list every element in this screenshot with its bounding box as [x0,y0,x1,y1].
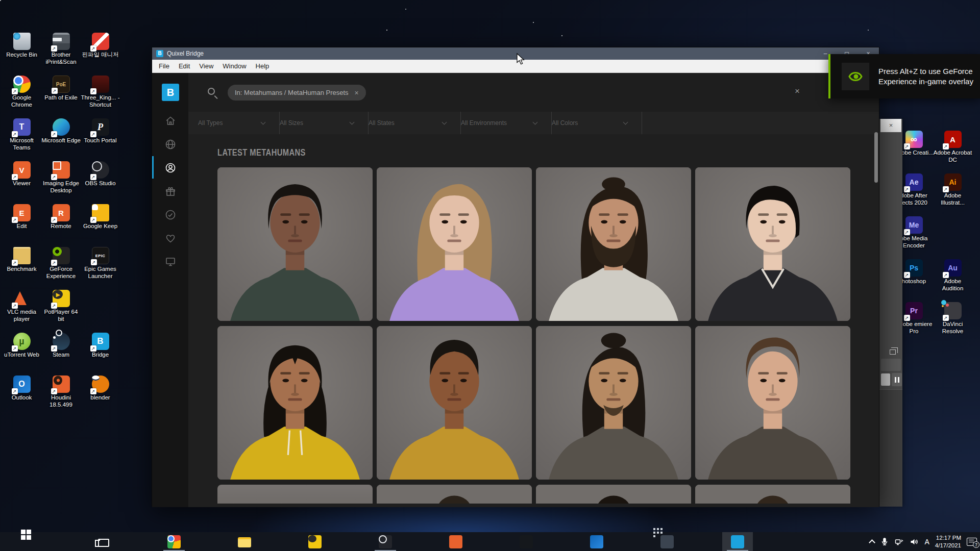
desktop-icon-poe[interactable]: ↗Path of Exile [41,76,81,102]
metahuman-card-partial[interactable] [695,485,850,504]
desktop-icon-teams[interactable]: ↗Microsoft Teams [2,118,41,151]
metahuman-card[interactable] [695,167,850,321]
taskbar-calculator[interactable] [652,532,682,551]
desktop-icon-touch-portal[interactable]: ↗Touch Portal [81,118,120,144]
desktop-icon-davinci[interactable]: ↗DaVinci Resolve [933,302,972,335]
remove-tag-icon[interactable]: × [355,89,359,97]
search-filter-tag[interactable]: In: Metahumans / MetaHuman Presets × [228,85,366,101]
metahuman-card[interactable] [536,167,691,321]
strip-button-light[interactable] [881,373,890,386]
restore-window-icon[interactable] [890,349,896,355]
metahuman-card-grid [217,167,879,480]
metahuman-card-partial[interactable] [217,485,373,504]
filter-label: All Environments [461,119,512,127]
filter-all-states[interactable]: All States [369,112,461,134]
desktop-icon-pin-file[interactable]: ↗핀파일 매니저 [81,33,120,59]
vertical-scrollbar[interactable] [874,132,878,183]
desktop-icon-three-kingdoms[interactable]: ↗Three_King... - Shortcut [81,76,120,108]
edit-icon: ↗ [13,204,31,221]
desktop-icon-epic[interactable]: ↗Epic Games Launcher [81,247,120,280]
menu-item-file[interactable]: File [154,60,174,73]
taskbar-outlook[interactable] [581,532,612,551]
remote-icon: ↗ [53,204,70,221]
strip-button[interactable] [881,359,901,371]
network-icon[interactable] [895,537,904,546]
metahuman-card[interactable] [217,167,373,321]
start-button[interactable] [18,532,48,551]
volume-icon[interactable] [910,537,919,546]
metahuman-card[interactable] [536,326,691,480]
menu-item-view[interactable]: View [194,60,218,73]
metahuman-card[interactable] [377,326,532,480]
menu-item-window[interactable]: Window [218,60,251,73]
favorites-heart-icon[interactable] [164,232,177,244]
desktop-icon-acrobat[interactable]: ↗Adobe Acrobat DC [933,131,972,163]
desktop-icon-viewer[interactable]: ↗Viewer [2,161,41,187]
desktop-icon-steam[interactable]: ↗Steam [41,333,81,359]
desktop-icon-outlook[interactable]: ↗Outlook [2,375,41,402]
taskbar-bridge[interactable] [722,532,753,551]
desktop-icon-imaging-edge[interactable]: ↗Imaging Edge Desktop [41,161,81,194]
taskbar-chrome[interactable] [159,532,189,551]
search-filter-tag-label: In: Metahumans / MetaHuman Presets [235,89,349,96]
title-bar[interactable]: B Quixel Bridge – ◻ × [152,47,879,60]
task-view-button[interactable] [88,532,119,551]
search-bar[interactable]: In: Metahumans / MetaHuman Presets × × [188,73,879,112]
metahuman-card[interactable] [695,326,850,480]
desktop-icon-edit[interactable]: ↗Edit [2,204,41,230]
filter-all-types[interactable]: All Types [198,112,280,134]
metahuman-card[interactable] [377,167,532,321]
taskbar-clock[interactable]: 12:17 PM 4/17/2021 [935,534,961,549]
acquired-check-icon[interactable] [164,209,177,221]
tray-expand-chevron-icon[interactable] [869,539,876,546]
desktop-icon-brother-print[interactable]: ↗Brother iPrint&Scan [41,33,81,65]
microphone-icon[interactable] [880,537,889,546]
desktop-icon-bridge[interactable]: ↗Bridge [81,333,120,359]
local-monitor-icon[interactable] [164,256,177,268]
chevron-down-icon [442,119,447,124]
desktop-icon-edge[interactable]: ↗Microsoft Edge [41,118,81,144]
taskbar-obs[interactable] [370,532,401,551]
desktop-icon-audition[interactable]: ↗Adobe Audition [933,259,972,292]
metahuman-card[interactable] [217,326,373,480]
desktop-icon-houdini[interactable]: ↗Houdini 18.5.499 [41,375,81,408]
menu-item-help[interactable]: Help [251,60,274,73]
desktop-icon-geforce[interactable]: ↗GeForce Experience [41,247,81,280]
desktop-icon-label: Microsoft Edge [41,137,81,144]
filter-all-sizes[interactable]: All Sizes [280,112,369,134]
desktop-icon-obs[interactable]: ↗OBS Studio [81,161,120,187]
pause-icon[interactable] [892,373,902,386]
menu-item-edit[interactable]: Edit [174,60,194,73]
taskbar-touch-portal[interactable] [511,532,542,551]
desktop-icon-recycle-bin[interactable]: Recycle Bin [2,33,41,59]
action-center-icon[interactable]: 7 [967,538,977,546]
vlc-icon: ↗ [13,290,31,307]
home-icon[interactable] [164,115,177,127]
filter-all-colors[interactable]: All Colors [552,112,642,134]
metahumans-person-icon[interactable] [164,162,177,174]
shortcut-arrow-icon: ↗ [51,260,57,266]
strip-close-button[interactable]: × [880,119,901,132]
geforce-notification[interactable]: Press Alt+Z to use GeForce Experience in… [828,54,980,98]
desktop-icon-vlc[interactable]: ↗VLC media player [2,290,41,322]
desktop-icon-label: GeForce Experience [41,266,81,280]
ime-indicator[interactable]: A [924,538,929,546]
metahuman-card-partial[interactable] [377,485,532,504]
metahuman-card-partial[interactable] [536,485,691,504]
taskbar-potplayer[interactable] [300,532,330,551]
desktop-icon-remote[interactable]: ↗Remote [41,204,81,230]
taskbar-remote[interactable] [440,532,471,551]
desktop-icon-benchmark[interactable]: ↗Benchmark [2,247,41,273]
desktop-icon-blender[interactable]: ↗blender [81,375,120,402]
desktop-icon-keep[interactable]: ↗Google Keep [81,204,120,230]
desktop-icon-illustrator[interactable]: ↗Adobe Illustrat... [933,173,972,206]
clear-search-icon[interactable]: × [795,86,800,96]
desktop-icon-potplayer[interactable]: ↗PotPlayer 64 bit [41,290,81,322]
desktop-icon-chrome[interactable]: ↗Google Chrome [2,76,41,108]
free-gift-icon[interactable] [164,185,177,197]
taskbar-file-explorer[interactable] [229,532,260,551]
browse-globe-icon[interactable] [164,138,177,151]
desktop-icon-utorrent[interactable]: ↗uTorrent Web [2,333,41,359]
bridge-logo[interactable]: B [162,84,179,101]
filter-all-environments[interactable]: All Environments [461,112,552,134]
